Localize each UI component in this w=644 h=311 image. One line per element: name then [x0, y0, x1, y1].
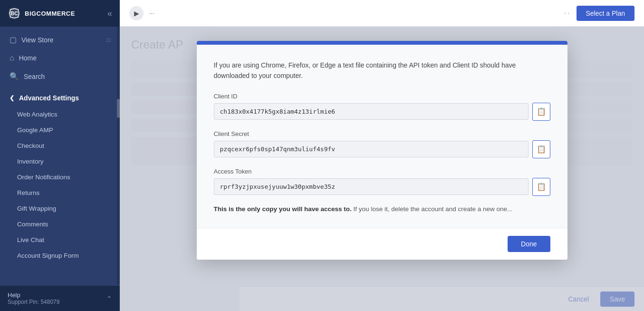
sidebar-header: BC BIGCOMMERCE « — [0, 0, 120, 27]
sidebar-item-home[interactable]: ⌂ Home — [0, 49, 120, 67]
section-label: Advanced Settings — [19, 94, 79, 102]
modal-footer: Done — [197, 228, 567, 260]
sidebar-item-label-home: Home — [19, 54, 37, 62]
sidebar-item-gift-wrapping[interactable]: Gift Wrapping — [0, 201, 120, 216]
sidebar-item-google-amp[interactable]: Google AMP — [0, 122, 120, 138]
sidebar-logo: BC BIGCOMMERCE — [8, 7, 75, 20]
sidebar-item-returns[interactable]: Returns — [0, 185, 120, 201]
main-area: ▶ ··· ·· Select a Plan Create AP — [120, 0, 644, 311]
api-credentials-modal: If you are using Chrome, Firefox, or Edg… — [197, 41, 567, 260]
footer-chevron-icon[interactable]: ⌃ — [106, 295, 112, 302]
chevron-icon: ❮ — [10, 95, 14, 101]
modal-warning-bold: This is the only copy you will have acce… — [214, 205, 352, 213]
sidebar-item-search[interactable]: 🔍 Search — [0, 67, 120, 86]
content-area: Create AP — [120, 27, 644, 311]
topbar-title: ··· — [149, 10, 154, 17]
bigcommerce-logo-icon: BC — [8, 7, 21, 20]
sidebar-item-order-notifications[interactable]: Order Notifications — [0, 169, 120, 185]
search-icon: 🔍 — [10, 72, 19, 81]
done-button[interactable]: Done — [508, 236, 550, 252]
modal-info-text: If you are using Chrome, Firefox, or Edg… — [214, 60, 550, 81]
sidebar: BC BIGCOMMERCE « ▢ View Store □ ⌂ Home 🔍… — [0, 0, 120, 311]
client-secret-input[interactable] — [214, 141, 529, 157]
access-token-label: Access Token — [214, 168, 550, 175]
sidebar-item-account-signup-form[interactable]: Account Signup Form — [0, 248, 120, 263]
access-token-row: Access Token 📋 — [214, 168, 550, 196]
topbar-more-icon[interactable]: ·· — [564, 8, 570, 18]
topbar-play-icon: ▶ — [134, 10, 139, 17]
client-secret-copy-button[interactable]: 📋 — [532, 140, 550, 158]
copy-icon-2: 📋 — [537, 145, 546, 154]
support-pin: Support Pin: 548079 — [8, 299, 59, 305]
external-link-icon: □ — [107, 37, 110, 43]
home-icon: ⌂ — [10, 54, 14, 62]
client-secret-row: Client Secret 📋 — [214, 130, 550, 158]
topbar-app-icon: ▶ — [129, 6, 144, 20]
sidebar-item-checkout[interactable]: Checkout — [0, 138, 120, 154]
sidebar-logo-text: BIGCOMMERCE — [25, 10, 75, 17]
modal-overlay: If you are using Chrome, Firefox, or Edg… — [120, 27, 644, 311]
store-icon: ▢ — [10, 35, 17, 44]
help-label: Help — [8, 292, 59, 299]
sidebar-item-view-store[interactable]: ▢ View Store □ — [0, 30, 120, 49]
advanced-settings-section[interactable]: ❮ Advanced Settings — [0, 89, 120, 107]
client-id-label: Client ID — [214, 93, 550, 100]
sidebar-item-label-search: Search — [24, 73, 45, 80]
sidebar-item-inventory[interactable]: Inventory — [0, 154, 120, 169]
access-token-input[interactable] — [214, 178, 529, 195]
select-plan-button[interactable]: Select a Plan — [577, 6, 635, 21]
client-id-input-wrap: 📋 — [214, 103, 550, 121]
copy-icon: 📋 — [537, 107, 546, 116]
sidebar-menu: Web Analytics Google AMP Checkout Invent… — [0, 107, 120, 286]
sidebar-collapse-button[interactable]: « — [107, 9, 112, 19]
access-token-input-wrap: 📋 — [214, 178, 550, 196]
modal-body: If you are using Chrome, Firefox, or Edg… — [197, 45, 567, 228]
sidebar-item-comments[interactable]: Comments — [0, 216, 120, 232]
sidebar-footer: Help Support Pin: 548079 ⌃ — [0, 286, 120, 311]
client-id-row: Client ID 📋 — [214, 93, 550, 121]
client-secret-input-wrap: 📋 — [214, 140, 550, 158]
access-token-copy-button[interactable]: 📋 — [532, 178, 550, 196]
sidebar-item-web-analytics[interactable]: Web Analytics — [0, 107, 120, 122]
sidebar-nav: ▢ View Store □ ⌂ Home 🔍 Search — [0, 27, 120, 89]
sidebar-item-live-chat[interactable]: Live Chat — [0, 232, 120, 248]
sidebar-item-label-view-store: View Store — [21, 36, 53, 44]
client-secret-label: Client Secret — [214, 130, 550, 137]
modal-accent-bar — [197, 41, 567, 45]
svg-text:BC: BC — [10, 10, 18, 16]
client-id-copy-button[interactable]: 📋 — [532, 103, 550, 121]
modal-warning: This is the only copy you will have acce… — [214, 205, 550, 213]
copy-icon-3: 📋 — [537, 182, 546, 191]
client-id-input[interactable] — [214, 103, 529, 120]
topbar: ▶ ··· ·· Select a Plan — [120, 0, 644, 27]
modal-warning-rest: If you lose it, delete the account and c… — [354, 205, 513, 213]
